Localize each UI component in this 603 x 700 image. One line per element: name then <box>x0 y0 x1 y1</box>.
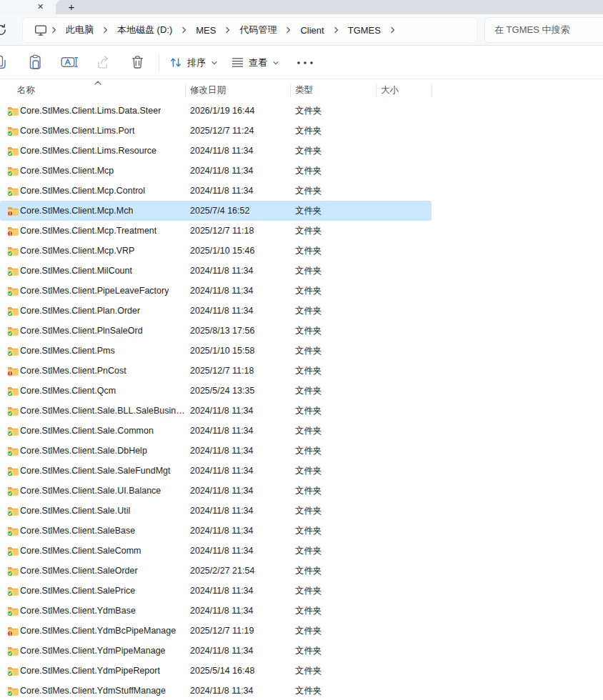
folder-icon <box>7 245 19 256</box>
column-header-size[interactable]: 大小 <box>381 84 399 96</box>
rename-icon[interactable] <box>61 55 78 70</box>
file-row[interactable]: Core.StlMes.Client.YdmBase 2024/11/8 11:… <box>0 601 603 621</box>
file-row[interactable]: Core.StlMes.Client.YdmStuffManage 2024/1… <box>0 681 603 700</box>
file-name: Core.StlMes.Client.YdmPipeManage <box>20 646 166 656</box>
file-row[interactable]: Core.StlMes.Client.PipeLeaveFactory 2024… <box>0 281 603 301</box>
file-row[interactable]: Core.StlMes.Client.Plan.Order 2024/11/8 … <box>0 301 603 321</box>
file-type: 文件夹 <box>295 665 322 677</box>
file-row[interactable]: Core.StlMes.Client.SalePrice 2024/11/8 1… <box>0 581 603 601</box>
file-date: 2025/12/7 11:19 <box>190 626 254 636</box>
file-row[interactable]: Core.StlMes.Client.Mcp.VRP 2025/1/10 15:… <box>0 241 603 261</box>
copy-icon[interactable] <box>0 54 7 70</box>
breadcrumb-item-code-mgmt[interactable]: 代码管理 <box>231 24 284 36</box>
file-row[interactable]: Core.StlMes.Client.YdmBcPipeManage 2025/… <box>0 621 603 641</box>
file-name: Core.StlMes.Client.YdmBase <box>20 606 136 616</box>
file-name: Core.StlMes.Client.Lims.Data.Steer <box>20 106 161 116</box>
file-type: 文件夹 <box>295 465 322 477</box>
file-row[interactable]: Core.StlMes.Client.Mcp.Control 2024/11/8… <box>0 181 603 201</box>
file-row[interactable]: Core.StlMes.Client.Mcp 2024/11/8 11:34 文… <box>0 161 603 181</box>
file-row[interactable]: Core.StlMes.Client.Sale.UI.Balance 2024/… <box>0 481 603 501</box>
paste-icon[interactable] <box>28 54 43 70</box>
column-header-type[interactable]: 类型 <box>295 84 313 96</box>
file-date: 2024/11/8 11:34 <box>190 446 254 456</box>
file-type: 文件夹 <box>295 685 322 697</box>
file-name: Core.StlMes.Client.SaleOrder <box>20 566 138 576</box>
new-tab-icon[interactable]: + <box>65 0 78 14</box>
file-row[interactable]: Core.StlMes.Client.PlnSaleOrd 2025/8/13 … <box>0 321 603 341</box>
file-type: 文件夹 <box>295 605 322 617</box>
toolbar: 排序 查看 <box>0 46 603 79</box>
refresh-icon[interactable] <box>0 23 8 40</box>
file-type: 文件夹 <box>295 645 322 657</box>
file-type: 文件夹 <box>295 345 322 357</box>
file-type: 文件夹 <box>295 545 322 557</box>
file-row[interactable]: Core.StlMes.Client.Sale.Util 2024/11/8 1… <box>0 501 603 521</box>
sort-button[interactable]: 排序 <box>166 51 221 74</box>
tab-strip-background <box>56 0 603 14</box>
tab-close-icon[interactable]: ✕ <box>34 0 46 13</box>
file-name: Core.StlMes.Client.YdmPipeReport <box>20 666 160 676</box>
column-header-date[interactable]: 修改日期 <box>190 84 226 96</box>
file-date: 2024/11/8 11:34 <box>190 606 254 616</box>
column-divider[interactable] <box>376 84 377 97</box>
folder-icon <box>7 265 19 276</box>
file-row[interactable]: Core.StlMes.Client.Sale.DbHelp 2024/11/8… <box>0 441 603 461</box>
sort-button-label: 排序 <box>187 56 206 69</box>
search-input[interactable]: 在 TGMES 中搜索 <box>484 17 603 43</box>
delete-icon[interactable] <box>131 55 144 70</box>
file-row[interactable]: Core.StlMes.Client.SaleOrder 2025/2/27 2… <box>0 561 603 581</box>
file-date: 2025/1/10 15:58 <box>190 346 254 356</box>
folder-icon <box>7 565 19 576</box>
column-divider[interactable] <box>185 84 186 97</box>
column-header-row: 名称 修改日期 类型 大小 <box>0 79 603 101</box>
share-icon[interactable] <box>96 55 111 70</box>
file-row[interactable]: Core.StlMes.Client.Sale.BLL.SaleBusin… 2… <box>0 401 603 421</box>
file-list: Core.StlMes.Client.Lims.Data.Steer 2026/… <box>0 101 603 700</box>
folder-icon <box>7 305 19 316</box>
breadcrumb-item-tgmes[interactable]: TGMES <box>340 25 389 36</box>
file-type: 文件夹 <box>295 305 322 317</box>
folder-icon <box>7 545 19 556</box>
more-options-button[interactable] <box>295 51 315 74</box>
file-date: 2024/11/8 11:34 <box>190 266 254 276</box>
file-name: Core.StlMes.Client.Plan.Order <box>20 306 140 316</box>
file-name: Core.StlMes.Client.Sale.DbHelp <box>20 446 147 456</box>
breadcrumb-item-client[interactable]: Client <box>292 25 332 36</box>
file-row[interactable]: Core.StlMes.Client.YdmPipeManage 2024/11… <box>0 641 603 661</box>
file-row[interactable]: Core.StlMes.Client.Pms 2025/1/10 15:58 文… <box>0 341 603 361</box>
file-row[interactable]: Core.StlMes.Client.Lims.Resource 2024/11… <box>0 141 603 161</box>
column-header-name[interactable]: 名称 <box>17 84 35 96</box>
breadcrumb[interactable]: 此电脑 本地磁盘 (D:) MES 代码管理 Client TGMES <box>22 17 477 43</box>
file-date: 2025/5/24 13:35 <box>190 386 254 396</box>
file-row[interactable]: Core.StlMes.Client.MilCount 2024/11/8 11… <box>0 261 603 281</box>
file-date: 2025/12/7 11:18 <box>190 366 254 376</box>
file-row[interactable]: Core.StlMes.Client.YdmPipeReport 2025/5/… <box>0 661 603 681</box>
file-row[interactable]: Core.StlMes.Client.Qcm 2025/5/24 13:35 文… <box>0 381 603 401</box>
file-name: Core.StlMes.Client.Sale.BLL.SaleBusin… <box>20 406 184 416</box>
file-row[interactable]: Core.StlMes.Client.Sale.SaleFundMgt 2024… <box>0 461 603 481</box>
chevron-right-icon <box>102 26 109 34</box>
file-type: 文件夹 <box>295 485 322 497</box>
file-type: 文件夹 <box>295 585 322 597</box>
file-row[interactable]: Core.StlMes.Client.Lims.Data.Steer 2026/… <box>0 101 603 121</box>
folder-icon <box>7 445 19 456</box>
file-name: Core.StlMes.Client.Mcp <box>20 166 114 176</box>
breadcrumb-item-local-disk-d[interactable]: 本地磁盘 (D:) <box>109 24 180 36</box>
view-button[interactable]: 查看 <box>229 51 282 74</box>
view-lines-icon <box>231 57 244 68</box>
file-row[interactable]: Core.StlMes.Client.SaleComm 2024/11/8 11… <box>0 541 603 561</box>
breadcrumb-item-mes[interactable]: MES <box>188 25 224 36</box>
file-row[interactable]: Core.StlMes.Client.Sale.Common 2024/11/8… <box>0 421 603 441</box>
file-row[interactable]: Core.StlMes.Client.Lims.Port 2025/12/7 1… <box>0 121 603 141</box>
chevron-right-icon <box>181 26 187 34</box>
file-row[interactable]: Core.StlMes.Client.SaleBase 2024/11/8 11… <box>0 521 603 541</box>
folder-icon <box>7 585 19 596</box>
file-name: Core.StlMes.Client.Sale.Util <box>20 506 130 516</box>
file-row[interactable]: Core.StlMes.Client.Mcp.Treatment 2025/12… <box>0 221 603 241</box>
file-row[interactable]: Core.StlMes.Client.Mcp.Mch 2025/7/4 16:5… <box>0 201 603 221</box>
breadcrumb-item-this-pc[interactable]: 此电脑 <box>58 24 101 36</box>
file-row[interactable]: Core.StlMes.Client.PnCost 2025/12/7 11:1… <box>0 361 603 381</box>
column-divider[interactable] <box>432 84 432 97</box>
column-divider[interactable] <box>290 84 291 97</box>
file-name: Core.StlMes.Client.Qcm <box>20 386 116 396</box>
